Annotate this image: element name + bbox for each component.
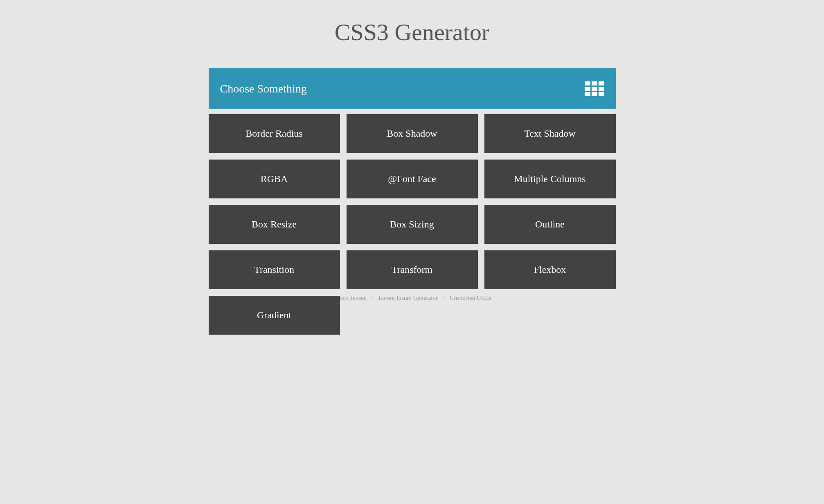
option-multiple-columns[interactable]: Multiple Columns — [484, 160, 616, 198]
option-border-radius[interactable]: Border Radius — [209, 114, 340, 153]
option-box-shadow[interactable]: Box Shadow — [347, 114, 478, 153]
grid-icon — [585, 81, 604, 96]
option-transition[interactable]: Transition — [209, 250, 340, 289]
page-title: CSS3 Generator — [0, 0, 824, 68]
option-rgba[interactable]: RGBA — [209, 160, 340, 198]
option-box-resize[interactable]: Box Resize — [209, 205, 340, 244]
option-text-shadow[interactable]: Text Shadow — [484, 114, 616, 153]
options-grid: Border Radius Box Shadow Text Shadow RGB… — [209, 114, 616, 335]
option-flexbox[interactable]: Flexbox — [484, 250, 616, 289]
option-box-sizing[interactable]: Box Sizing — [347, 205, 478, 244]
option-transform[interactable]: Transform — [347, 250, 478, 289]
option-font-face[interactable]: @Font Face — [347, 160, 478, 198]
choose-label: Choose Something — [220, 82, 307, 95]
option-outline[interactable]: Outline — [484, 205, 616, 244]
choose-dropdown-header[interactable]: Choose Something — [209, 68, 616, 109]
option-gradient[interactable]: Gradient — [209, 296, 340, 335]
